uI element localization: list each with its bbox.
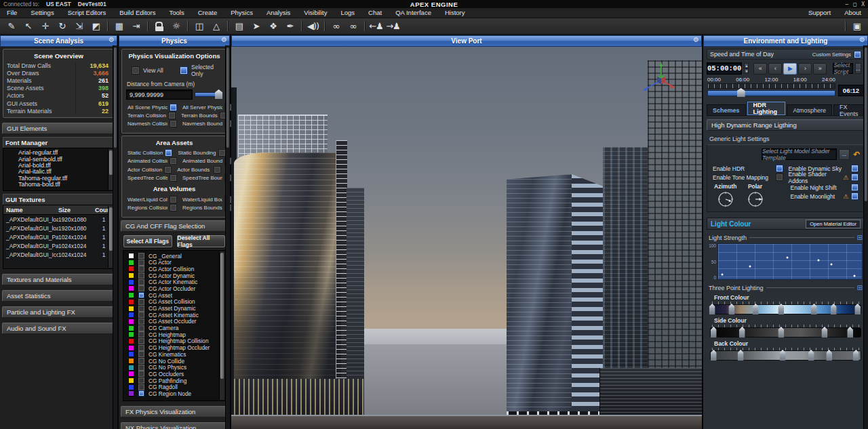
flag-checkbox[interactable] (138, 338, 144, 344)
package-icon[interactable]: ◫ (191, 20, 208, 33)
chain-link-2-icon[interactable]: ∞ (344, 20, 361, 33)
animated-collision-checkbox[interactable] (170, 157, 177, 165)
panel-scrollbar[interactable] (113, 45, 117, 429)
terrain-collision-checkbox[interactable] (168, 112, 176, 119)
step-back-button[interactable]: ‹ (768, 63, 782, 75)
menu-support[interactable]: Support (802, 8, 837, 18)
lock-icon[interactable] (151, 20, 167, 33)
scale-tool-icon[interactable]: ⇲ (71, 20, 87, 33)
slider-handle[interactable] (739, 327, 745, 338)
gear-icon[interactable]: ⚙ (693, 36, 699, 43)
flag-row-cg-actor-occluder[interactable]: CG Actor Occluder (123, 285, 225, 292)
menu-analysis[interactable]: Analysis (260, 8, 297, 18)
node-graph-icon[interactable]: ❖ (264, 20, 281, 33)
graph-point[interactable] (831, 264, 833, 266)
texture-row[interactable]: _APXDefaultGUI_loading011920x10801 (3, 215, 114, 224)
column-header-size[interactable]: Size (58, 207, 94, 213)
slider-handle[interactable] (728, 304, 734, 314)
flag-row-cg-actor-dynamic[interactable]: CG Actor Dynamic (123, 272, 225, 279)
tab-schemes[interactable]: Schemes (707, 104, 746, 115)
tab-atmosphere[interactable]: Atmosphere (787, 104, 832, 115)
texture-row[interactable]: _APXDefaultGUI_Parts021024x10241 (3, 241, 114, 250)
browse-shader-button[interactable]: ... (839, 149, 850, 160)
flag-row-cg-camera[interactable]: CG Camera (123, 325, 225, 331)
flag-row-cg-actor-collision[interactable]: CG Actor Collision (123, 266, 225, 272)
flag-row-cg-heightmap-collision[interactable]: CG Heightmap Collision (123, 338, 225, 345)
all-scene-physics-checkbox[interactable] (170, 104, 177, 111)
align-icon[interactable]: ⇥ (127, 20, 144, 33)
display-settings-icon[interactable]: ▣ (848, 20, 865, 33)
time-spinner[interactable]: ▲▼ (744, 63, 749, 74)
water-liquid-collision-checkbox[interactable] (170, 196, 177, 203)
menu-qa-interface[interactable]: QA Interface (389, 8, 438, 18)
static-bounding-checkbox[interactable] (218, 149, 226, 157)
flag-checkbox[interactable] (138, 285, 144, 291)
enable-dynamic-sky-checkbox[interactable] (851, 165, 859, 172)
flag-row-cg-heightmap-occluder[interactable]: CG Heightmap Occluder (123, 344, 225, 351)
menu-create[interactable]: Create (191, 8, 224, 18)
navmesh-collision-checkbox[interactable] (170, 120, 177, 127)
flag-row-cg-actor-kinematic[interactable]: CG Actor Kinematic (123, 279, 225, 285)
slider-handle[interactable] (711, 350, 717, 361)
flag-checkbox[interactable] (138, 390, 144, 396)
flag-row-cg-asset-kinematic[interactable]: CG Asset Kinematic (123, 312, 225, 319)
graph-point[interactable] (722, 273, 724, 275)
gear-icon[interactable]: ⚙ (108, 36, 115, 43)
flag-checkbox[interactable] (138, 358, 144, 364)
expand-grid-icon[interactable]: ⊞ (857, 284, 863, 291)
picker-icon[interactable]: ➤ (248, 20, 264, 33)
slider-handle[interactable] (778, 327, 784, 338)
section-gui-elements[interactable]: GUI Elements (2, 123, 115, 134)
enable-shader-addons-checkbox[interactable] (851, 173, 859, 181)
three-point-row[interactable]: Three Point Lighting ⊞ (709, 284, 863, 291)
script-icon[interactable]: ✒ (281, 20, 298, 33)
flag-row-cg-asset-occluder[interactable]: CG Asset Occluder (123, 319, 225, 325)
sun-light-icon[interactable]: ☼ (167, 20, 184, 33)
menu-build-editors[interactable]: Build Editors (113, 8, 162, 18)
speedtree-collision-checkbox[interactable] (170, 174, 177, 182)
flag-row-cg-occluders[interactable]: CG Occluders (123, 371, 225, 377)
flag-checkbox[interactable] (138, 345, 144, 351)
flag-row-cg-heightmap[interactable]: CG Heightmap (123, 331, 225, 338)
environment-header[interactable]: Environment and Lighting⚙ (703, 35, 868, 47)
azimuth-dial[interactable]: Azimuth (714, 183, 737, 208)
gear-icon[interactable]: ⚙ (221, 36, 227, 43)
light-strength-graph[interactable] (717, 243, 863, 280)
axis-gizmo-icon[interactable] (638, 60, 676, 98)
selected-only-checkbox[interactable] (180, 66, 188, 75)
flag-checkbox[interactable] (138, 312, 144, 318)
flag-checkbox[interactable] (138, 371, 144, 377)
flag-checkbox[interactable] (138, 292, 144, 298)
slider-handle[interactable] (780, 350, 786, 361)
walk-in-icon[interactable]: ←♟ (368, 20, 384, 33)
menu-about[interactable]: About (837, 8, 868, 18)
section-nx-physics-visualization[interactable]: NX Physics Visualization (121, 422, 228, 429)
flag-checkbox[interactable] (138, 272, 144, 279)
slider-handle[interactable] (709, 304, 715, 314)
rotate-tool-icon[interactable]: ↻ (54, 20, 71, 33)
actor-collision-checkbox[interactable] (164, 166, 172, 173)
stamp-tool-icon[interactable]: ✎ (3, 20, 20, 33)
hdr-section-header[interactable]: High Dynamic Range Ligthing (707, 119, 865, 131)
custom-settings-checkbox[interactable] (854, 51, 861, 58)
fast-forward-button[interactable]: » (813, 63, 827, 75)
font-item[interactable]: Tahoma-bold.tff (3, 182, 114, 188)
texture-row[interactable]: _APXDefaultGUI_loading021920x10801 (3, 224, 114, 232)
rewind-button[interactable]: « (753, 63, 767, 75)
distance-field[interactable]: 9,999.99999 (126, 89, 193, 100)
polar-dial[interactable]: Polar (747, 183, 764, 208)
slider-handle[interactable] (847, 327, 853, 338)
expand-grid-icon[interactable]: ⊞ (857, 234, 863, 241)
flag-row-cg-no-collide[interactable]: CG No Collide (123, 358, 225, 365)
undo-icon[interactable]: ↶ (852, 150, 861, 159)
menu-tools[interactable]: Tools (162, 8, 191, 18)
open-material-editor-button[interactable]: Open Material Editor (806, 220, 861, 228)
flag-row-cg-actor[interactable]: CG Actor (123, 259, 225, 266)
viewport-header[interactable]: View Port⚙ (231, 35, 702, 47)
slider-handle[interactable] (831, 304, 837, 314)
menu-file[interactable]: File (0, 8, 24, 18)
slider-handle[interactable] (826, 350, 832, 361)
play-button[interactable]: ▶ (783, 63, 797, 75)
slider-handle[interactable] (738, 350, 744, 361)
flag-row-cg-region-node[interactable]: CG Region Node (123, 390, 225, 397)
